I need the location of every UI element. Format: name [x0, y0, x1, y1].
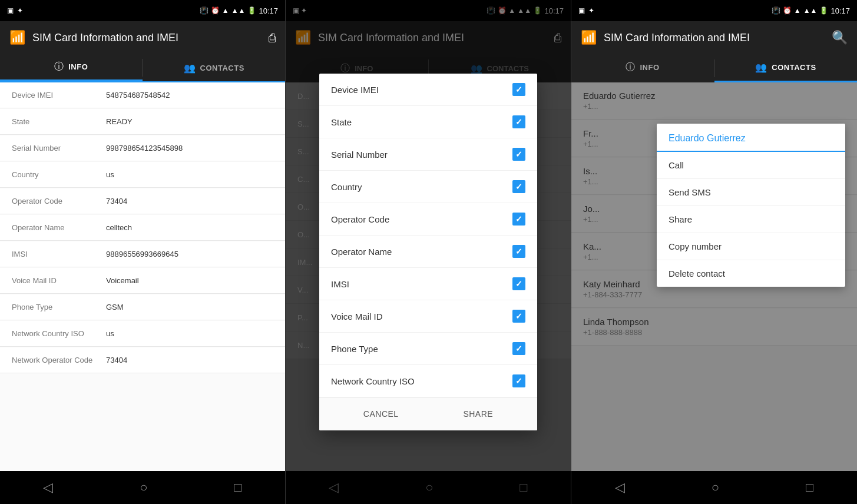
- info-label-opname: Operator Name: [12, 223, 106, 232]
- info-value-opname: celltech: [106, 223, 273, 232]
- checkbox-state[interactable]: [512, 115, 525, 128]
- dialog-label-country: Country: [331, 182, 362, 192]
- contact-item-eduardo[interactable]: Eduardo Gutierrez +1...: [571, 82, 857, 120]
- dialog-item-opname[interactable]: Operator Name: [319, 236, 537, 268]
- left-tab-info-label: INFO: [68, 62, 88, 71]
- contact-phone-eduardo: +1...: [583, 102, 845, 111]
- context-menu-sms[interactable]: Send SMS: [657, 179, 845, 206]
- checkbox-serial[interactable]: [512, 148, 525, 161]
- context-menu-delete[interactable]: Delete contact: [657, 260, 845, 287]
- left-status-bar: ▣ ✦ 📳 ⏰ ▲ ▲▲ 🔋 10:17: [0, 0, 285, 21]
- info-value-country: us: [106, 170, 273, 179]
- left-tab-contacts[interactable]: 👥 CONTACTS: [143, 54, 286, 81]
- right-sim-icon: 📶: [581, 30, 597, 45]
- info-row-netopcode: Network Operator Code 73404: [0, 347, 285, 373]
- left-share-button[interactable]: ⎙: [269, 31, 276, 45]
- right-signal-icon: ✦: [588, 6, 594, 15]
- info-value-netiso: us: [106, 329, 273, 338]
- left-info-list: Device IMEI 548754687548542 State READY …: [0, 82, 285, 471]
- wifi-icon: ▲: [222, 6, 229, 15]
- left-status-left: ▣ ✦: [7, 6, 23, 15]
- context-menu-call[interactable]: Call: [657, 152, 845, 179]
- right-wifi-icon: ▲: [794, 6, 801, 15]
- info-row-voicemail: Voice Mail ID Voicemail: [0, 268, 285, 294]
- checkbox-country[interactable]: [512, 180, 525, 193]
- left-tab-bar: ⓘ INFO 👥 CONTACTS: [0, 54, 285, 82]
- dialog-item-opcode[interactable]: Operator Code: [319, 203, 537, 236]
- checkbox-imei[interactable]: [512, 83, 525, 96]
- right-status-bar: ▣ ✦ 📳 ⏰ ▲ ▲▲ 🔋 10:17: [571, 0, 857, 21]
- left-panel: ▣ ✦ 📳 ⏰ ▲ ▲▲ 🔋 10:17 📶 SIM Card Informat…: [0, 0, 286, 504]
- dialog-item-netiso[interactable]: Network Country ISO: [319, 365, 537, 397]
- checkbox-opname[interactable]: [512, 245, 525, 258]
- right-vibrate-icon: 📳: [772, 6, 780, 15]
- right-recent-button[interactable]: □: [794, 475, 825, 500]
- dialog-label-state: State: [331, 117, 352, 127]
- dialog-item-serial[interactable]: Serial Number: [319, 138, 537, 171]
- context-menu-header: Eduardo Gutierrez: [657, 124, 845, 152]
- info-label-imei: Device IMEI: [12, 91, 106, 100]
- right-tab-contacts[interactable]: 👥 CONTACTS: [714, 54, 857, 82]
- contact-name-eduardo: Eduardo Gutierrez: [583, 91, 845, 101]
- right-time: 10:17: [830, 6, 850, 15]
- info-label-voicemail: Voice Mail ID: [12, 276, 106, 285]
- dialog-item-country[interactable]: Country: [319, 171, 537, 203]
- signal-bars-icon: ▲▲: [231, 6, 246, 15]
- right-home-button[interactable]: ○: [700, 475, 731, 500]
- checkbox-phonetype[interactable]: [512, 342, 525, 355]
- vibrate-icon: 📳: [200, 6, 209, 15]
- dialog-item-state[interactable]: State: [319, 106, 537, 138]
- info-value-voicemail: Voicemail: [106, 276, 273, 285]
- dialog-item-imei[interactable]: Device IMEI: [319, 74, 537, 106]
- info-value-state: READY: [106, 117, 273, 126]
- checkbox-netiso[interactable]: [512, 374, 525, 387]
- checkbox-opcode[interactable]: [512, 213, 525, 226]
- info-label-opcode: Operator Code: [12, 197, 106, 205]
- info-label-serial: Serial Number: [12, 144, 106, 152]
- sim-icon: 📶: [9, 30, 25, 45]
- right-panel: ▣ ✦ 📳 ⏰ ▲ ▲▲ 🔋 10:17 📶 SIM Card Informat…: [571, 0, 857, 504]
- contact-context-menu: Eduardo Gutierrez Call Send SMS Share Co…: [657, 124, 845, 287]
- right-status-right: 📳 ⏰ ▲ ▲▲ 🔋 10:17: [772, 6, 850, 15]
- left-app-title: SIM Card Information and IMEI: [32, 32, 262, 44]
- right-app-bar: 📶 SIM Card Information and IMEI 🔍: [571, 21, 857, 54]
- checkbox-voicemail[interactable]: [512, 310, 525, 323]
- dialog-item-voicemail[interactable]: Voice Mail ID: [319, 300, 537, 333]
- info-row-imei: Device IMEI 548754687548542: [0, 82, 285, 108]
- dialog-cancel-button[interactable]: Cancel: [354, 404, 408, 423]
- left-tab-info[interactable]: ⓘ INFO: [0, 54, 143, 81]
- info-row-imsi: IMSI 98896556993669645: [0, 241, 285, 267]
- info-label-phonetype: Phone Type: [12, 303, 106, 311]
- left-recent-button[interactable]: □: [222, 475, 253, 500]
- info-value-imsi: 98896556993669645: [106, 250, 273, 258]
- info-value-serial: 998798654123545898: [106, 144, 273, 152]
- left-home-button[interactable]: ○: [128, 475, 159, 500]
- checkbox-imsi[interactable]: [512, 277, 525, 290]
- context-menu-copy[interactable]: Copy number: [657, 233, 845, 260]
- left-back-button[interactable]: ◁: [31, 475, 65, 500]
- info-label-state: State: [12, 117, 106, 126]
- middle-panel: ▣ ✦ 📳 ⏰ ▲ ▲▲ 🔋 10:17 📶 SIM Card Informat…: [286, 0, 571, 504]
- context-menu-share[interactable]: Share: [657, 206, 845, 233]
- dialog-item-imsi[interactable]: IMSI: [319, 268, 537, 300]
- context-menu-title: Eduardo Gutierrez: [669, 133, 746, 143]
- right-tab-info-label: INFO: [640, 63, 659, 72]
- right-tab-info[interactable]: ⓘ INFO: [571, 54, 714, 82]
- dialog-share-button[interactable]: Share: [454, 404, 502, 423]
- dialog-actions: Cancel Share: [319, 397, 537, 430]
- left-tab-contacts-label: CONTACTS: [200, 64, 244, 72]
- right-app-title: SIM Card Information and IMEI: [604, 32, 825, 44]
- right-back-button[interactable]: ◁: [603, 475, 637, 500]
- share-options-dialog: Device IMEI State Serial Number Country …: [319, 74, 537, 430]
- contact-item-linda[interactable]: Linda Thompson +1-888-888-8888: [571, 309, 857, 346]
- battery-icon: 🔋: [247, 6, 256, 15]
- dialog-label-opcode: Operator Code: [331, 214, 389, 224]
- info-value-opcode: 73404: [106, 197, 273, 205]
- contact-name-linda: Linda Thompson: [583, 317, 845, 327]
- info-value-phonetype: GSM: [106, 303, 273, 311]
- right-search-button[interactable]: 🔍: [832, 30, 848, 45]
- dialog-label-serial: Serial Number: [331, 150, 388, 160]
- right-tab-bar: ⓘ INFO 👥 CONTACTS: [571, 54, 857, 82]
- left-nav-bar: ◁ ○ □: [0, 471, 285, 504]
- dialog-item-phonetype[interactable]: Phone Type: [319, 333, 537, 365]
